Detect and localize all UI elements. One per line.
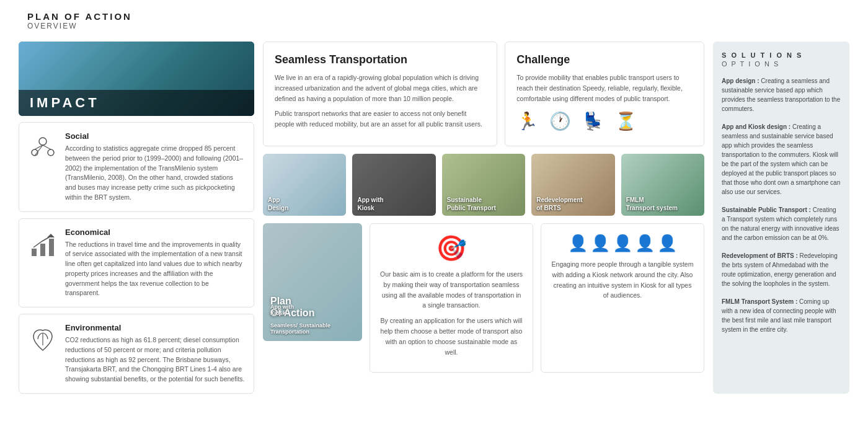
- solution-5-title: FMLM Transport System :: [722, 298, 797, 305]
- person-icon-4: 👤: [635, 234, 655, 253]
- solution-4-text: Redevelopment of BRTS : Redeveloping the…: [722, 251, 841, 288]
- middle-column: Seamless Transportation We live in an er…: [263, 42, 704, 394]
- people-icons: 👤 👤 👤 👤 👤: [568, 234, 677, 253]
- solution-1-title: App design :: [722, 78, 760, 84]
- aim-para1: Our basic aim is to create a platform fo…: [380, 269, 523, 311]
- page-subtitle: OVERVIEW: [27, 22, 841, 30]
- thumb-fmlm-label: FMLMTransport system: [626, 196, 678, 212]
- solution-3-title: Sustainable Public Transport :: [722, 206, 811, 213]
- bottom-cards-row: PlanOf Action App withKioskSeamless/ Sus…: [263, 223, 704, 373]
- solution-2-text: App and Kiosk design : Creating a seamle…: [722, 122, 841, 197]
- svg-rect-8: [49, 239, 54, 256]
- thumb-app-kiosk-label: App withKiosk: [357, 196, 383, 212]
- solution-item-1: App design : Creating a seamless and sus…: [722, 76, 841, 113]
- social-body: According to statistics aggregate crime …: [65, 144, 245, 203]
- svg-line-4: [43, 145, 51, 149]
- people-card: 👤 👤 👤 👤 👤 Engaging more people through a…: [541, 223, 704, 373]
- solutions-header: S O L U T I O N S O P T I O N S: [722, 51, 841, 68]
- challenge-card: Challenge To provide mobility that enabl…: [505, 42, 704, 146]
- seamless-para1: We live in an era of a rapidly-growing g…: [275, 73, 485, 104]
- top-cards-row: Seamless Transportation We live in an er…: [263, 42, 704, 146]
- social-title: Social: [65, 131, 245, 141]
- solution-2-body: Creating a seamless and sustainable serv…: [722, 123, 840, 195]
- seat-icon: 💺: [582, 111, 604, 131]
- person-icon-2: 👤: [590, 234, 610, 253]
- solution-item-4: Redevelopment of BRTS : Redeveloping the…: [722, 251, 841, 288]
- clock-icon: 🕐: [549, 111, 571, 131]
- environmental-content: Environmental CO2 reductions as high as …: [65, 323, 245, 384]
- social-icon: [28, 131, 58, 162]
- thumb-fmlm[interactable]: FMLMTransport system: [621, 154, 704, 216]
- environmental-card: Environmental CO2 reductions as high as …: [19, 314, 254, 394]
- economical-card: Economical The reductions in travel time…: [19, 218, 254, 308]
- economical-title: Economical: [65, 228, 245, 237]
- svg-marker-9: [47, 234, 55, 237]
- solution-item-2: App and Kiosk design : Creating a seamle…: [722, 122, 841, 197]
- solutions-subtitle: O P T I O N S: [722, 60, 841, 68]
- page-title: PLAN OF ACTION: [27, 11, 841, 22]
- solution-item-5: FMLM Transport System : Coming up with a…: [722, 297, 841, 334]
- solutions-panel: S O L U T I O N S O P T I O N S App desi…: [713, 42, 849, 394]
- solution-2-title: App and Kiosk design :: [722, 123, 790, 130]
- person-icon-5: 👤: [657, 234, 677, 253]
- seamless-title: Seamless Transportation: [275, 53, 485, 66]
- thumbnails-row: AppDesign App withKiosk SustainablePubli…: [263, 154, 704, 216]
- solutions-title: S O L U T I O N S: [722, 51, 841, 59]
- solution-3-text: Sustainable Public Transport : Creating …: [722, 205, 841, 242]
- svg-point-0: [39, 138, 46, 145]
- svg-line-5: [35, 145, 43, 156]
- aim-card: 🎯 Our basic aim is to create a platform …: [370, 223, 533, 373]
- challenge-icons: 🏃 🕐 💺 ⏳: [516, 111, 693, 131]
- thumb-brts[interactable]: Redevelopmentof BRTS: [531, 154, 614, 216]
- plan-thumb: PlanOf Action App withKioskSeamless/ Sus…: [263, 223, 362, 341]
- thumb-brts-label: Redevelopmentof BRTS: [536, 196, 582, 212]
- solution-4-title: Redevelopment of BRTS :: [722, 252, 798, 259]
- environmental-title: Environmental: [65, 323, 245, 332]
- plan-thumb-sub: App withKioskSeamless/ SustainableTransp…: [270, 304, 330, 335]
- impact-image: IMPACT: [19, 42, 254, 116]
- thumb-sustainable[interactable]: SustainablePublic Transport: [442, 154, 525, 216]
- economical-body: The reductions in travel time and the im…: [65, 240, 245, 299]
- thumb-sustainable-label: SustainablePublic Transport: [447, 196, 496, 212]
- hourglass-icon: ⏳: [615, 111, 637, 131]
- run-icon: 🏃: [516, 111, 538, 131]
- challenge-body: To provide mobility that enables public …: [516, 73, 693, 104]
- seamless-card: Seamless Transportation We live in an er…: [263, 42, 497, 146]
- svg-point-2: [48, 149, 54, 156]
- seamless-para2: Public transport networks that are easie…: [275, 108, 485, 130]
- page-header: PLAN OF ACTION OVERVIEW: [0, 0, 868, 37]
- svg-rect-6: [32, 249, 37, 256]
- social-card: Social According to statistics aggregate…: [19, 122, 254, 212]
- thumb-app-design[interactable]: AppDesign: [263, 154, 346, 216]
- person-icon-1: 👤: [568, 234, 588, 253]
- target-icon: 🎯: [436, 234, 467, 263]
- solution-5-text: FMLM Transport System : Coming up with a…: [722, 297, 841, 334]
- person-icon-3: 👤: [613, 234, 632, 253]
- economical-icon: [28, 228, 58, 259]
- aim-para2: By creating an application for the users…: [380, 316, 523, 357]
- impact-label: IMPACT: [19, 90, 254, 116]
- challenge-title: Challenge: [516, 53, 693, 66]
- solution-item-3: Sustainable Public Transport : Creating …: [722, 205, 841, 242]
- environmental-body: CO2 reductions as high as 61.8 percent; …: [65, 335, 245, 384]
- left-column: IMPACT Social According to statistics ag…: [19, 42, 254, 394]
- thumb-app-design-label: AppDesign: [268, 196, 288, 212]
- economical-content: Economical The reductions in travel time…: [65, 228, 245, 299]
- social-content: Social According to statistics aggregate…: [65, 131, 245, 203]
- environmental-icon: [28, 323, 58, 354]
- svg-rect-7: [40, 244, 45, 256]
- thumb-app-kiosk[interactable]: App withKiosk: [352, 154, 435, 216]
- main-layout: IMPACT Social According to statistics ag…: [0, 37, 868, 400]
- people-body: Engaging more people through a tangible …: [551, 259, 694, 301]
- solution-1-text: App design : Creating a seamless and sus…: [722, 76, 841, 113]
